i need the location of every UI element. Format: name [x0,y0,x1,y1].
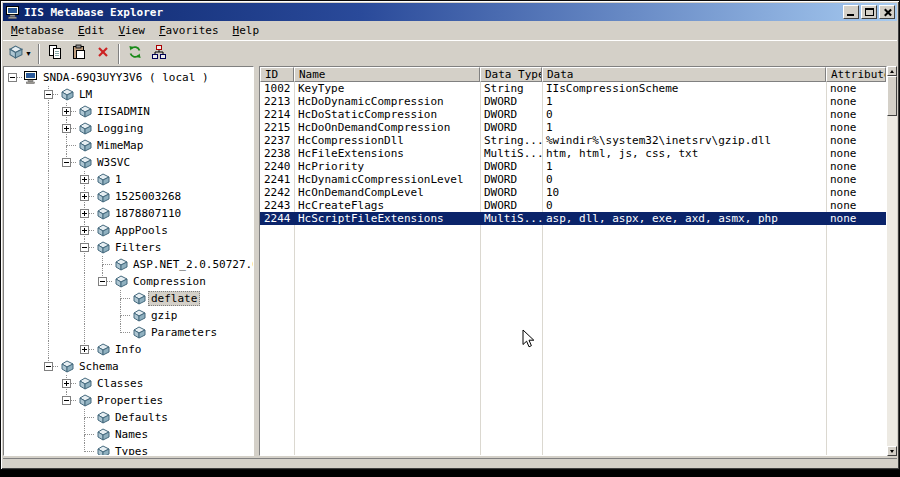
minimize-button[interactable] [843,5,859,19]
table-row-2213[interactable]: 2213HcDoDynamicCompressionDWORD1none [260,95,886,108]
scroll-down-button[interactable] [887,446,897,456]
tree-node-w3svc[interactable]: W3SVC [4,154,253,171]
menu-item-view[interactable]: View [111,22,152,39]
tree-node-label[interactable]: 1525003268 [112,189,184,204]
table-row-2214[interactable]: 2214HcDoStaticCompressionDWORD0none [260,108,886,121]
tree-node-schema[interactable]: Schema [4,358,253,375]
tree-node-label[interactable]: 1878807110 [112,206,184,221]
expand-toggle-plus[interactable] [80,209,89,218]
tree-node-parameters[interactable]: Parameters [4,324,253,341]
expand-toggle-plus[interactable] [62,124,71,133]
expand-toggle-plus[interactable] [80,175,89,184]
expand-toggle-minus[interactable] [62,158,71,167]
tree-node-snda-69q3uyy3v6-local[interactable]: SNDA-69Q3UYY3V6 ( local ) [4,69,253,86]
copy-button[interactable] [43,43,67,65]
new-key-button[interactable]: ▼ [6,43,35,65]
close-button[interactable] [879,5,895,19]
dropdown-caret-icon[interactable]: ▼ [25,50,32,57]
tree-node-properties[interactable]: Properties [4,392,253,409]
refresh-button[interactable] [123,43,147,65]
expand-toggle-minus[interactable] [8,73,17,82]
expand-toggle-minus[interactable] [80,243,89,252]
tree-node-lm[interactable]: LM [4,86,253,103]
tree-node-logging[interactable]: Logging [4,120,253,137]
connect-button[interactable] [147,43,171,65]
tree-node-label[interactable]: LM [76,87,95,102]
column-header-data[interactable]: Data [542,67,826,82]
tree-node-1878807110[interactable]: 1878807110 [4,205,253,222]
expand-toggle-minus[interactable] [98,277,107,286]
tree-node-compression[interactable]: Compression [4,273,253,290]
expand-toggle-plus[interactable] [62,107,71,116]
expand-toggle-plus[interactable] [62,379,71,388]
scroll-thumb[interactable] [887,76,897,116]
tree-node-label[interactable]: Parameters [148,325,220,340]
tree-node-classes[interactable]: Classes [4,375,253,392]
column-header-name[interactable]: Name [294,67,480,82]
maximize-button[interactable] [861,5,877,19]
table-row-2240[interactable]: 2240HcPriorityDWORD1none [260,160,886,173]
table-row-2241[interactable]: 2241HcDynamicCompressionLevelDWORD0none [260,173,886,186]
menu-item-edit[interactable]: Edit [71,22,112,39]
table-row-2244[interactable]: 2244HcScriptFileExtensionsMultiS...asp, … [260,212,886,225]
column-header-id[interactable]: ID [260,67,294,82]
paste-button[interactable] [67,43,91,65]
tree-node-label[interactable]: SNDA-69Q3UYY3V6 ( local ) [40,70,212,85]
tree-node-label[interactable]: Defaults [112,410,171,425]
tree-node-defaults[interactable]: Defaults [4,409,253,426]
menu-item-help[interactable]: Help [226,22,267,39]
expand-toggle-minus[interactable] [62,396,71,405]
tree-node-label[interactable]: Types [112,444,151,456]
tree-node-label[interactable]: IISADMIN [94,104,153,119]
column-header-attributes[interactable]: Attributes [826,67,886,82]
table-row-2242[interactable]: 2242HcOnDemandCompLevelDWORD10none [260,186,886,199]
tree-node-label[interactable]: Info [112,342,145,357]
tree-node-label[interactable]: Logging [94,121,146,136]
tree-node-label[interactable]: AppPools [112,223,171,238]
table-row-2237[interactable]: 2237HcCompressionDllString...%windir%\sy… [260,134,886,147]
vertical-scrollbar[interactable] [887,66,897,456]
table-row-2238[interactable]: 2238HcFileExtensionsMultiS...htm, html, … [260,147,886,160]
tree-node-filters[interactable]: Filters [4,239,253,256]
tree-node-label[interactable]: gzip [148,308,181,323]
expand-toggle-plus[interactable] [80,226,89,235]
tree-node-label[interactable]: Filters [112,240,164,255]
table-row-2243[interactable]: 2243HcCreateFlagsDWORD0none [260,199,886,212]
tree-node-deflate[interactable]: deflate [4,290,253,307]
tree-node-info[interactable]: Info [4,341,253,358]
tree-node-iisadmin[interactable]: IISADMIN [4,103,253,120]
expand-toggle-minus[interactable] [44,90,53,99]
tree-node-label[interactable]: Compression [130,274,209,289]
tree-node-apppools[interactable]: AppPools [4,222,253,239]
tree-node-label[interactable]: Schema [76,359,122,374]
tree-node-label[interactable]: deflate [148,291,200,306]
tree-node-names[interactable]: Names [4,426,253,443]
tree-node-label[interactable]: ASP.NET_2.0.50727.0 [130,257,254,272]
table-cell: 2213 [260,95,294,108]
tree-node-label[interactable]: MimeMap [94,138,146,153]
tree-node-label[interactable]: Properties [94,393,166,408]
tree-node-types[interactable]: Types [4,443,253,456]
scroll-track[interactable] [887,116,897,446]
table-row-1002[interactable]: 1002KeyTypeStringIIsCompressionSchemenon… [260,82,886,95]
tree-node-label[interactable]: W3SVC [94,155,133,170]
tree-node-1[interactable]: 1 [4,171,253,188]
horizontal-scrollbar[interactable] [3,458,897,467]
menu-item-favorites[interactable]: Favorites [152,22,226,39]
expand-toggle-plus[interactable] [80,345,89,354]
tree-node-label[interactable]: Classes [94,376,146,391]
tree-node-mimemap[interactable]: MimeMap [4,137,253,154]
expand-toggle-plus[interactable] [80,192,89,201]
delete-button[interactable] [91,43,115,65]
list-wrap: IDNameData TypeDataAttributes 1002KeyTyp… [259,66,897,456]
tree-node-asp-net-2-0-50727-0[interactable]: ASP.NET_2.0.50727.0 [4,256,253,273]
tree-node-gzip[interactable]: gzip [4,307,253,324]
tree-node-1525003268[interactable]: 1525003268 [4,188,253,205]
expand-toggle-minus[interactable] [44,362,53,371]
tree-node-label[interactable]: Names [112,427,151,442]
column-header-data-type[interactable]: Data Type [480,67,542,82]
scroll-up-button[interactable] [887,66,897,76]
tree-node-label[interactable]: 1 [112,172,125,187]
menu-item-metabase[interactable]: Metabase [4,22,71,39]
table-row-2215[interactable]: 2215HcDoOnDemandCompressionDWORD1none [260,121,886,134]
